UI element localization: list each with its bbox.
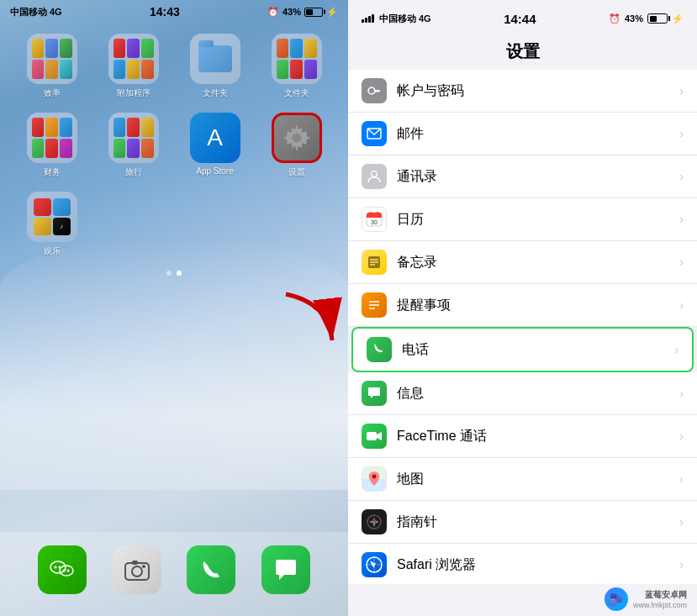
label-calendar: 日历	[397, 211, 679, 229]
settings-row-messages[interactable]: 信息 ›	[348, 372, 697, 415]
app-icon-travel	[108, 113, 159, 163]
dock-message[interactable]	[261, 545, 310, 594]
app-label-files: 文件夹	[203, 87, 228, 99]
label-notes: 备忘录	[397, 254, 679, 271]
app-grid-row2: 财务 旅行 A App Store	[0, 106, 348, 185]
settings-row-safari[interactable]: Safari 浏览器 ›	[348, 544, 697, 584]
chevron-mail: ›	[679, 127, 684, 140]
app-icon-efficiency	[27, 34, 77, 84]
settings-row-mail[interactable]: 邮件 ›	[348, 113, 697, 155]
chevron-maps: ›	[679, 472, 684, 486]
settings-row-notes[interactable]: 备忘录 ›	[348, 241, 697, 284]
dock-wechat[interactable]	[38, 545, 87, 594]
settings-row-calendar[interactable]: 30 日历 ›	[348, 198, 697, 241]
wechat-icon	[47, 555, 77, 585]
svg-rect-11	[132, 561, 138, 565]
envelope-icon	[367, 128, 382, 140]
signal-info-right: 中国移动 4G	[362, 13, 431, 25]
app-label-addons: 附加程序	[117, 87, 150, 99]
settings-row-maps[interactable]: 地图 ›	[348, 458, 697, 501]
message-settings-icon	[367, 386, 382, 401]
app-files2[interactable]: 文件夹	[261, 34, 331, 99]
dock-phone[interactable]	[187, 545, 235, 594]
dot-0	[166, 271, 172, 276]
carrier-info-left: 中国移动 4G	[10, 6, 62, 18]
label-phone-settings: 电话	[402, 341, 674, 359]
charge-icon-right: ⚡	[672, 13, 684, 24]
battery-percent-right: 43%	[625, 13, 643, 24]
settings-title: 设置	[348, 37, 697, 70]
label-compass: 指南针	[397, 513, 679, 531]
app-appstore[interactable]: A App Store	[180, 113, 250, 178]
svg-point-13	[368, 87, 375, 94]
settings-row-reminders[interactable]: 提醒事项 ›	[348, 284, 697, 327]
app-icon-entertainment: ♪	[27, 192, 77, 242]
alarm-icon-right: ⏰	[609, 13, 620, 24]
carrier-left: 中国移动	[10, 6, 47, 18]
label-facetime: FaceTime 通话	[397, 428, 679, 445]
app-label-travel: 旅行	[125, 166, 142, 178]
chevron-notes: ›	[679, 255, 684, 269]
svg-text:30: 30	[371, 219, 378, 225]
app-icon-files2	[272, 34, 322, 84]
message-icon	[271, 555, 301, 585]
video-icon	[366, 430, 383, 442]
icon-maps	[362, 466, 387, 492]
list-icon	[367, 297, 382, 313]
app-settings[interactable]: 设置	[261, 113, 331, 178]
label-messages: 信息	[397, 385, 679, 403]
chevron-safari: ›	[679, 558, 684, 571]
watermark-logo: 🫐	[605, 587, 628, 611]
label-contacts: 通讯录	[397, 168, 679, 186]
app-grid-row1: 效率 附加程序	[0, 27, 348, 106]
bar3	[368, 16, 371, 23]
settings-row-phone[interactable]: 电话 ›	[351, 327, 694, 372]
icon-messages	[362, 381, 387, 406]
label-maps: 地图	[397, 471, 679, 488]
map-icon	[362, 467, 386, 491]
alarm-icon: ⏰	[267, 7, 279, 18]
settings-list: 帐户与密码 › 邮件 › 通讯录 ›	[348, 70, 697, 584]
app-efficiency[interactable]: 效率	[17, 34, 87, 99]
app-label-entertainment: 娱乐	[44, 245, 61, 257]
phone-icon	[196, 555, 226, 585]
watermark-line1: 蓝莓安卓网	[633, 589, 687, 601]
svg-point-18	[372, 171, 378, 177]
icon-phone-settings	[367, 337, 392, 362]
app-finance[interactable]: 财务	[17, 113, 87, 178]
status-icons-right: ⏰ 43% ⚡	[609, 13, 684, 24]
svg-point-10	[132, 566, 142, 577]
svg-rect-32	[367, 432, 377, 440]
phone-left: 中国移动 4G 14:43 ⏰ 43% ⚡	[0, 0, 348, 616]
settings-row-facetime[interactable]: FaceTime 通话 ›	[348, 415, 697, 458]
battery-fill-right	[650, 16, 657, 22]
settings-row-compass[interactable]: 指南针 ›	[348, 501, 697, 544]
svg-point-7	[63, 570, 66, 572]
phone-settings-icon	[372, 342, 387, 357]
battery-fill-left	[306, 9, 313, 15]
app-icon-finance	[27, 113, 77, 163]
settings-row-account[interactable]: 帐户与密码 ›	[348, 70, 697, 113]
red-arrow	[277, 286, 345, 353]
app-icon-appstore: A	[190, 113, 240, 163]
app-addons[interactable]: 附加程序	[98, 34, 168, 99]
charge-icon: ⚡	[326, 7, 338, 18]
icon-mail	[362, 121, 387, 146]
app-travel[interactable]: 旅行	[98, 113, 168, 178]
bar1	[362, 19, 364, 23]
app-entertainment[interactable]: ♪ 娱乐	[17, 192, 87, 257]
chevron-calendar: ›	[679, 213, 684, 226]
calendar-icon: 30	[365, 210, 383, 229]
dock-camera[interactable]	[113, 545, 161, 594]
watermark-area: 🫐 蓝莓安卓网 www.lmkjst.com	[348, 584, 697, 616]
watermark-text: 蓝莓安卓网 www.lmkjst.com	[633, 589, 687, 609]
dot-1	[177, 271, 182, 276]
dock	[0, 532, 348, 616]
settings-row-contacts[interactable]: 通讯录 ›	[348, 155, 697, 198]
app-files[interactable]: 文件夹	[180, 34, 250, 99]
camera-icon	[122, 555, 152, 585]
battery-percent-left: 43%	[282, 7, 301, 17]
app-grid-row3: ♪ 娱乐	[0, 185, 348, 264]
network-left: 4G	[50, 7, 62, 17]
app-label-appstore: App Store	[196, 166, 233, 176]
